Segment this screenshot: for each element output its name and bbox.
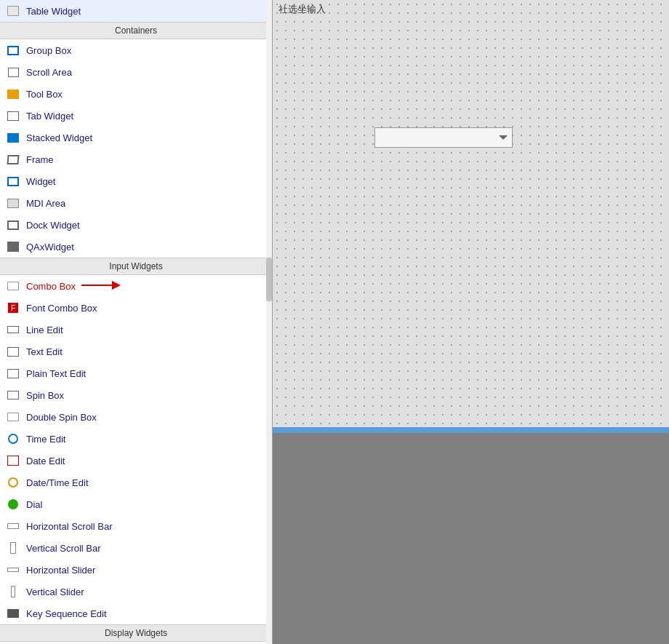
list-item-qaxwidget[interactable]: QAxWidget — [0, 236, 272, 258]
canvas-blue-bar — [273, 427, 669, 433]
datetime-edit-icon — [6, 475, 20, 490]
list-item-dock-widget[interactable]: Dock Widget — [0, 214, 272, 236]
table-widget-label: Table Widget — [26, 6, 81, 17]
date-edit-label: Date Edit — [26, 456, 65, 466]
scrollbar-thumb[interactable] — [266, 258, 272, 301]
containers-header: Containers — [0, 22, 272, 39]
list-item-date-edit[interactable]: Date Edit — [0, 450, 272, 472]
canvas-combo-widget[interactable] — [374, 127, 513, 148]
font-combo-box-label: Font Combo Box — [26, 303, 97, 314]
list-item-frame[interactable]: Frame — [0, 148, 272, 170]
widget-label: Widget — [26, 176, 55, 187]
group-box-icon — [6, 43, 20, 57]
list-item-vslider[interactable]: Vertical Slider — [0, 581, 272, 603]
list-item-font-combo-box[interactable]: F Font Combo Box — [0, 297, 272, 319]
text-edit-icon — [6, 344, 20, 359]
combo-box-label: Combo Box — [26, 281, 76, 292]
tab-widget-icon — [6, 108, 20, 123]
spin-box-icon — [6, 388, 20, 402]
list-item-combo-box[interactable]: Combo Box — [0, 275, 272, 297]
input-widgets-header: Input Widgets — [0, 258, 272, 275]
tool-box-icon — [6, 87, 20, 101]
scrollbar[interactable] — [266, 0, 272, 644]
list-item-datetime-edit[interactable]: Date/Time Edit — [0, 472, 272, 493]
hscroll-icon — [6, 519, 20, 533]
canvas-top-label: 社选坐输入 — [279, 3, 326, 16]
list-item-table-widget[interactable]: Table Widget — [0, 0, 272, 22]
list-item-scroll-area[interactable]: Scroll Area — [0, 61, 272, 83]
list-item-keyseq[interactable]: Key Sequence Edit — [0, 603, 272, 624]
combo-box-icon — [6, 279, 20, 293]
vslider-label: Vertical Slider — [26, 587, 84, 597]
date-edit-icon — [6, 453, 20, 468]
vscroll-icon — [6, 541, 20, 555]
right-panel: 社选坐输入 — [273, 0, 669, 644]
canvas-area[interactable]: 社选坐输入 — [273, 0, 669, 427]
list-item-hslider[interactable]: Horizontal Slider — [0, 559, 272, 581]
datetime-edit-label: Date/Time Edit — [26, 477, 89, 488]
left-panel: Table Widget Containers Group Box Scroll… — [0, 0, 273, 644]
qaxwidget-icon — [6, 239, 20, 254]
hslider-label: Horizontal Slider — [26, 565, 95, 576]
combo-box-arrow-indicator — [81, 280, 121, 293]
tool-box-label: Tool Box — [26, 89, 63, 100]
list-item-plain-text-edit[interactable]: Plain Text Edit — [0, 362, 272, 384]
list-item-mdi-area[interactable]: MDI Area — [0, 192, 272, 214]
list-item-double-spin-box[interactable]: Double Spin Box — [0, 406, 272, 428]
qaxwidget-label: QAxWidget — [26, 242, 74, 253]
combo-widget-dropdown-arrow — [499, 135, 508, 140]
display-widgets-header: Display Widgets — [0, 624, 272, 642]
time-edit-icon — [6, 432, 20, 446]
vscroll-label: Vertical Scroll Bar — [26, 543, 101, 554]
list-item-widget[interactable]: Widget — [0, 170, 272, 192]
mdi-area-icon — [6, 196, 20, 210]
stacked-widget-label: Stacked Widget — [26, 132, 92, 143]
arrow-svg — [81, 280, 121, 290]
frame-icon — [6, 152, 20, 167]
line-edit-label: Line Edit — [26, 325, 63, 335]
table-widget-icon — [6, 4, 20, 18]
list-item-dial[interactable]: Dial — [0, 493, 272, 515]
dial-icon — [6, 497, 20, 512]
line-edit-icon — [6, 322, 20, 337]
hslider-icon — [6, 562, 20, 577]
widget-icon — [6, 174, 20, 188]
hscroll-label: Horizontal Scroll Bar — [26, 521, 113, 532]
group-box-label: Group Box — [26, 45, 71, 56]
plain-text-edit-icon — [6, 366, 20, 381]
plain-text-edit-label: Plain Text Edit — [26, 368, 86, 379]
time-edit-label: Time Edit — [26, 434, 65, 445]
dial-label: Dial — [26, 499, 42, 510]
list-item-text-edit[interactable]: Text Edit — [0, 341, 272, 362]
vslider-icon — [6, 584, 20, 599]
list-item-line-edit[interactable]: Line Edit — [0, 319, 272, 341]
keyseq-icon — [6, 606, 20, 621]
spin-box-label: Spin Box — [26, 390, 64, 401]
list-item-hscroll[interactable]: Horizontal Scroll Bar — [0, 515, 272, 537]
dock-widget-label: Dock Widget — [26, 220, 80, 231]
mdi-area-label: MDI Area — [26, 198, 65, 209]
list-item-vscroll[interactable]: Vertical Scroll Bar — [0, 537, 272, 559]
list-item-spin-box[interactable]: Spin Box — [0, 384, 272, 406]
list-item-tool-box[interactable]: Tool Box — [0, 83, 272, 105]
widget-list[interactable]: Table Widget Containers Group Box Scroll… — [0, 0, 272, 644]
keyseq-label: Key Sequence Edit — [26, 608, 107, 619]
font-combo-box-icon: F — [6, 301, 20, 315]
list-item-group-box[interactable]: Group Box — [0, 39, 272, 61]
list-item-stacked-widget[interactable]: Stacked Widget — [0, 127, 272, 148]
frame-label: Frame — [26, 154, 54, 165]
text-edit-label: Text Edit — [26, 346, 63, 357]
stacked-widget-icon — [6, 130, 20, 145]
main-layout: Table Widget Containers Group Box Scroll… — [0, 0, 669, 644]
dock-widget-icon — [6, 218, 20, 232]
tab-widget-label: Tab Widget — [26, 111, 73, 122]
bottom-panel — [273, 433, 669, 644]
list-item-tab-widget[interactable]: Tab Widget — [0, 105, 272, 127]
list-item-time-edit[interactable]: Time Edit — [0, 428, 272, 450]
scroll-area-label: Scroll Area — [26, 67, 72, 78]
double-spin-box-icon — [6, 410, 20, 424]
double-spin-box-label: Double Spin Box — [26, 412, 97, 423]
scroll-area-icon — [6, 65, 20, 79]
